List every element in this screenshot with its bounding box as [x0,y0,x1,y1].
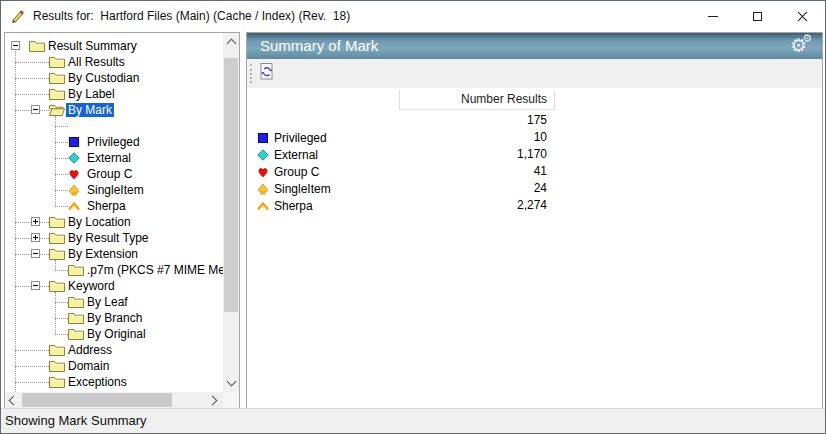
table-row-singleitem[interactable]: SingleItem24 [247,180,822,197]
tree-item-label[interactable]: .p7m (PKCS #7 MIME Messa [85,263,223,277]
table-row-group-c[interactable]: Group C41 [247,163,822,180]
folder-closed-icon [49,376,65,388]
expand-plus-icon[interactable] [31,217,40,226]
scroll-down-icon[interactable] [227,377,237,387]
tree-item-external[interactable]: External [5,150,223,166]
scroll-up-icon[interactable] [227,39,237,49]
table-row-sherpa[interactable]: Sherpa2,274 [247,197,822,214]
scroll-right-icon[interactable] [208,396,218,406]
panel-title: Summary of Mark [260,33,378,59]
tree-item-label[interactable]: Privileged [85,135,142,149]
collapse-minus-icon[interactable] [31,105,40,114]
app-window: Results for: Hartford Files (Main) (Cach… [0,0,826,434]
mark-heart-icon [257,166,269,178]
tree-item-label[interactable]: Group C [85,167,134,181]
collapse-minus-icon[interactable] [31,249,40,258]
mark-diamond-icon [257,149,269,161]
tree-item-address[interactable]: Address [5,342,223,358]
column-divider [554,90,555,109]
tree-item-by-leaf[interactable]: By Leaf [5,294,223,310]
tree-item-label[interactable]: Keyword [66,279,117,293]
tree-item-keyword[interactable]: Keyword [5,278,223,294]
result-summary-tree-panel: Result SummaryAll ResultsBy CustodianBy … [4,32,240,409]
close-button[interactable] [780,1,825,31]
tree-connector-stub [55,190,68,191]
row-value: 10 [399,129,547,146]
tree-item-label[interactable]: External [85,151,133,165]
collapse-minus-icon[interactable] [11,41,20,50]
folder-closed-icon [49,56,65,68]
tree-connector-stub [55,174,68,175]
table-row-external[interactable]: External1,170 [247,146,822,163]
tree-item-by-location[interactable]: By Location [5,214,223,230]
tree-vertical-scrollbar[interactable] [223,33,239,392]
tree-connector-stub [55,206,68,207]
title-bar[interactable]: Results for: Hartford Files (Main) (Cach… [1,1,825,31]
tree-item-label[interactable]: By Branch [85,311,144,325]
tree-item-label[interactable]: By Custodian [66,71,141,85]
tree-connector-stub [15,62,49,63]
settings-button[interactable]: ⚙ ⚙ [784,33,814,59]
tree-item-exceptions[interactable]: Exceptions [5,374,223,390]
tree-item-by-result-type[interactable]: By Result Type [5,230,223,246]
tree-item-label[interactable]: Exceptions [66,375,129,389]
tree-item-result-summary[interactable]: Result Summary [5,38,223,54]
tree-item-label[interactable]: Result Summary [46,39,139,53]
tree-item-label[interactable]: By Location [66,215,133,229]
collapse-minus-icon[interactable] [31,281,40,290]
summary-table: Number Results 175Privileged10External1,… [247,88,822,408]
tree-item-label[interactable]: By Label [66,87,117,101]
tree-item-label[interactable]: Sherpa [85,199,128,213]
tree-item-label[interactable]: Domain [66,359,111,373]
tree-item-domain[interactable]: Domain [5,358,223,374]
tree-item-label[interactable]: SingleItem [85,183,146,197]
row-value: 1,170 [399,146,547,163]
tree-item-singleitem[interactable]: SingleItem [5,182,223,198]
tree-connector-stub [15,366,49,367]
table-row-total[interactable]: 175 [247,112,822,129]
tree-connector-stub [55,318,68,319]
mark-square-icon [68,136,80,148]
tree-connector-stub [15,350,49,351]
tree-horizontal-scrollbar[interactable] [5,392,223,408]
horizontal-scroll-thumb[interactable] [22,393,172,407]
tree-item-by-mark[interactable]: By Mark [5,102,223,118]
row-label-text: External [274,148,318,162]
tree-item-all-results[interactable]: All Results [5,54,223,70]
tree-connector-stub [15,78,49,79]
tree-item-label[interactable]: Address [66,343,114,357]
tree-item-sherpa[interactable]: Sherpa [5,198,223,214]
tree-item-label[interactable]: By Extension [66,247,140,261]
tree-item-label[interactable]: By Leaf [85,295,130,309]
vertical-scroll-thumb[interactable] [224,58,238,312]
summary-toolbar [247,59,822,88]
tree-item-by-custodian[interactable]: By Custodian [5,70,223,86]
tree-item-label[interactable]: All Results [66,55,127,69]
tree-item-group-c[interactable]: Group C [5,166,223,182]
table-row-privileged[interactable]: Privileged10 [247,129,822,146]
expand-plus-icon[interactable] [31,233,40,242]
tree-viewport: Result SummaryAll ResultsBy CustodianBy … [5,33,223,392]
column-header-number-results[interactable]: Number Results [399,90,547,109]
refresh-button[interactable] [255,62,278,85]
tree-item-by-original[interactable]: By Original [5,326,223,342]
tree-item-label[interactable]: By Mark [66,103,114,117]
minimize-button[interactable] [690,1,735,31]
tree-item-by-branch[interactable]: By Branch [5,310,223,326]
folder-closed-icon [49,232,65,244]
tree-item-p7m-pkcs-7-mime-messa[interactable]: .p7m (PKCS #7 MIME Messa [5,262,223,278]
tree-item-by-extension[interactable]: By Extension [5,246,223,262]
tree-item-privileged[interactable]: Privileged [5,134,223,150]
gear-small-icon: ⚙ [802,32,812,44]
tree-item-blank[interactable] [5,118,223,134]
mark-diamond-icon [68,152,80,164]
row-label: Sherpa [257,197,313,214]
folder-closed-icon [49,248,65,260]
tree-item-by-label[interactable]: By Label [5,86,223,102]
maximize-button[interactable] [735,1,780,31]
toolbar-grip-handle[interactable] [250,64,252,83]
row-value: 2,274 [399,197,547,214]
tree-item-label[interactable]: By Original [85,327,148,341]
tree-item-label[interactable]: By Result Type [66,231,150,245]
scroll-left-icon[interactable] [9,396,19,406]
